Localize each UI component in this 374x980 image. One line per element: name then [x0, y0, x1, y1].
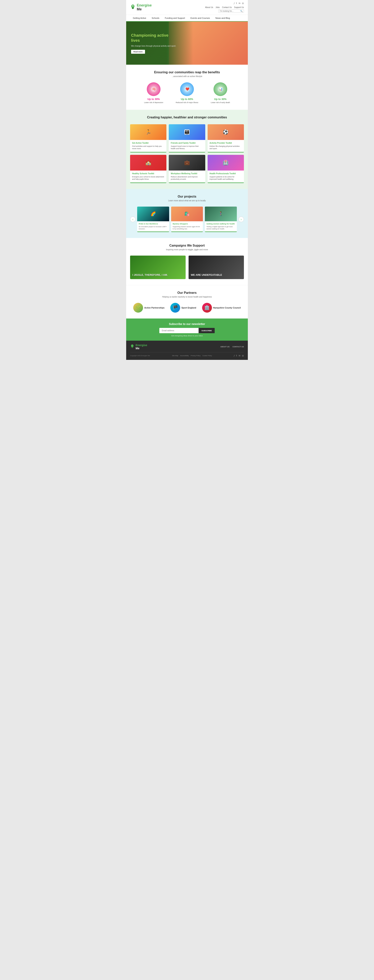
project-title-pride: Pride in Our Workforce: [139, 223, 168, 225]
toolkit-card-workplace[interactable]: 💼 Workplace Wellbeing Toolkit Reduce abs…: [169, 155, 205, 183]
hero-read-more-button[interactable]: Read more: [131, 50, 145, 54]
toolkit-body-activity-provider: Activity Provider Toolkit Deliver life-c…: [208, 140, 244, 152]
footer-top-links: ABOUT US CONTACT US: [221, 346, 244, 348]
partner-active-partnerships-icon: 🌱: [133, 303, 143, 313]
hero-description: We change lives through physical activit…: [131, 45, 188, 48]
toolkit-img-healthy-schools: 🏫: [130, 155, 166, 170]
nav-funding[interactable]: Funding and Support: [162, 15, 188, 21]
toolkit-title-activity-provider: Activity Provider Toolkit: [209, 142, 242, 144]
footer-about-link[interactable]: ABOUT US: [221, 346, 230, 348]
benefit-illness: ❤️ Up to 60% Reduced risk of major illne…: [173, 82, 201, 104]
footer-privacy-link[interactable]: Privacy Policy: [191, 355, 201, 356]
footer-copyright: Copyright 2020 Energise Me: [130, 355, 150, 356]
footer-sitemap-link[interactable]: Site Map: [172, 355, 178, 356]
benefit-illness-percent: Up to 60%: [181, 98, 193, 100]
footer-instagram-icon[interactable]: ◎: [242, 354, 244, 357]
hero-overlay: Championing active lives We change lives…: [126, 22, 193, 65]
footer: EnergiseMe ABOUT US CONTACT US Copyright…: [126, 340, 248, 360]
footer-twitter-icon[interactable]: 𝕥: [236, 354, 237, 357]
project-body-pride: Pride in Our Workforce An innovative pro…: [137, 221, 169, 231]
search-bar[interactable]: 🔍: [218, 10, 244, 13]
campaigns-title: Campaigns We Support: [130, 244, 244, 247]
toolkit-card-friends[interactable]: 👨‍👩‍👧 Friends and Family Toolkit Support…: [169, 124, 205, 153]
project-img-pride: 🌈: [137, 207, 169, 221]
carousel-next-button[interactable]: ›: [238, 216, 244, 222]
benefit-death-percent: Up to 30%: [214, 98, 227, 100]
nav-news[interactable]: News and Blog: [213, 15, 233, 21]
toolkit-card-activity-provider[interactable]: ⚽ Activity Provider Toolkit Deliver life…: [208, 124, 244, 153]
projects-carousel: ‹ 🌈 Pride in Our Workforce An innovative…: [130, 207, 244, 232]
projects-grid: 🌈 Pride in Our Workforce An innovative p…: [137, 207, 237, 232]
nav-getting-active[interactable]: Getting Active: [130, 15, 149, 21]
newsletter-note: Get energising ideas direct to your inbo…: [130, 335, 244, 337]
toolkit-title-friends: Friends and Family Toolkit: [171, 142, 203, 144]
nav-schools[interactable]: Schools: [149, 15, 162, 21]
toolkits-title: Creating happier, healthier and stronger…: [130, 116, 244, 119]
benefit-depression: 🧠 Up to 30% Lower risk of depression: [140, 82, 167, 104]
projects-subtitle: Learn more about what we are up to local…: [130, 199, 244, 202]
footer-top: EnergiseMe ABOUT US CONTACT US: [130, 344, 244, 350]
toolkit-card-get-active[interactable]: 🏃 Get Active Toolkit Find activities and…: [130, 124, 166, 153]
linkedin-icon[interactable]: in: [239, 2, 240, 5]
toolkit-card-health-professionals[interactable]: 🏥 Health Professionals Toolkit Support p…: [208, 155, 244, 183]
svg-point-8: [131, 345, 134, 347]
header: EnergiseMe 𝑓 𝕥 in ◎ About Us Jobs Contac…: [126, 0, 248, 15]
partner-hampshire: 🏛️ Hampshire County Council: [202, 303, 241, 313]
newsletter-subscribe-button[interactable]: SUBSCRIBE: [198, 328, 214, 333]
logo[interactable]: EnergiseMe: [130, 3, 152, 11]
footer-accessibility-link[interactable]: Accessibility: [180, 355, 189, 356]
benefit-death: 📊 Up to 30% Lower risk of early death: [207, 82, 234, 104]
footer-linkedin-icon[interactable]: in: [239, 354, 240, 357]
project-desc-women-walking: Testing a digital approach to get more w…: [206, 226, 235, 230]
footer-contact-link[interactable]: CONTACT US: [233, 346, 244, 348]
benefit-death-desc: Lower risk of early death: [211, 101, 230, 104]
instagram-icon[interactable]: ◎: [242, 2, 244, 5]
toolkit-desc-workplace: Reduce absenteeism and improve productiv…: [171, 176, 203, 180]
footer-cookie-link[interactable]: Cookie Policy: [203, 355, 212, 356]
newsletter-email-input[interactable]: [159, 328, 198, 333]
toolkit-card-healthy-schools[interactable]: 🏫 Healthy Schools Toolkit Energise your …: [130, 155, 166, 183]
project-desc-mystery-shoppers: Supporting inactive women aged 45-54 to …: [173, 226, 201, 230]
partner-hampshire-name: Hampshire County Council: [213, 307, 241, 309]
nav-events[interactable]: Events and Courses: [188, 15, 213, 21]
partner-active-partnerships: 🌱 Active Partnerships: [133, 303, 165, 313]
partner-hampshire-icon: 🏛️: [202, 303, 212, 313]
footer-social: 𝑓 𝕥 in ◎: [234, 354, 244, 357]
project-card-pride[interactable]: 🌈 Pride in Our Workforce An innovative p…: [137, 207, 169, 232]
campaigns-grid: I JIGGLE, THEREFORE, I AM. WE ARE UNDEFE…: [130, 256, 244, 279]
campaigns-subtitle: Inspiring more people to wiggle, jiggle …: [130, 248, 244, 251]
carousel-prev-button[interactable]: ‹: [130, 216, 136, 222]
footer-facebook-icon[interactable]: 𝑓: [234, 354, 235, 357]
svg-text:❤️: ❤️: [185, 87, 189, 91]
project-title-women-walking: Getting women walking for health: [206, 223, 235, 225]
search-input[interactable]: [220, 10, 240, 12]
toolkit-body-healthy-schools: Healthy Schools Toolkit Energise your sc…: [130, 170, 166, 183]
svg-text:📊: 📊: [219, 87, 223, 91]
partner-sport-england-icon: 🏴: [170, 303, 180, 313]
newsletter-section: Subscribe to our newsletter SUBSCRIBE Ge…: [126, 318, 248, 340]
toolkit-title-healthy-schools: Healthy Schools Toolkit: [132, 172, 165, 175]
toolkits-section: Creating happier, healthier and stronger…: [126, 110, 248, 189]
toolkit-desc-get-active: Find activities and support to help you …: [132, 145, 165, 150]
jobs-link[interactable]: Jobs: [216, 6, 220, 8]
hero-title: Championing active lives: [131, 33, 188, 43]
hero-section: Championing active lives We change lives…: [126, 22, 248, 65]
about-link[interactable]: About Us: [205, 6, 213, 8]
twitter-icon[interactable]: 𝕥: [236, 2, 237, 5]
project-body-mystery-shoppers: Mystery Shoppers Supporting inactive wom…: [171, 221, 203, 231]
facebook-icon[interactable]: 𝑓: [234, 2, 235, 5]
project-card-mystery-shoppers[interactable]: 🛍️ Mystery Shoppers Supporting inactive …: [171, 207, 203, 232]
toolkit-title-health-professionals: Health Professionals Toolkit: [209, 172, 242, 175]
newsletter-form: SUBSCRIBE: [130, 328, 244, 333]
campaign-card-jiggle[interactable]: I JIGGLE, THEREFORE, I AM.: [130, 256, 185, 279]
partners-logos: 🌱 Active Partnerships 🏴 Sport England 🏛️…: [130, 303, 244, 313]
campaign-text-undefeatable: WE ARE UNDEFEATABLE: [191, 274, 222, 277]
contact-link[interactable]: Contact Us: [222, 6, 232, 8]
campaign-card-undefeatable[interactable]: WE ARE UNDEFEATABLE: [189, 256, 244, 279]
header-links: About Us Jobs Contact Us Support Us: [205, 6, 244, 8]
benefit-depression-desc: Lower risk of depression: [144, 101, 163, 104]
project-card-women-walking[interactable]: 🚶‍♀️ Getting women walking for health Te…: [205, 207, 237, 232]
campaigns-section: Campaigns We Support Inspiring more peop…: [126, 238, 248, 285]
support-link[interactable]: Support Us: [234, 6, 244, 8]
project-img-mystery-shoppers: 🛍️: [171, 207, 203, 221]
